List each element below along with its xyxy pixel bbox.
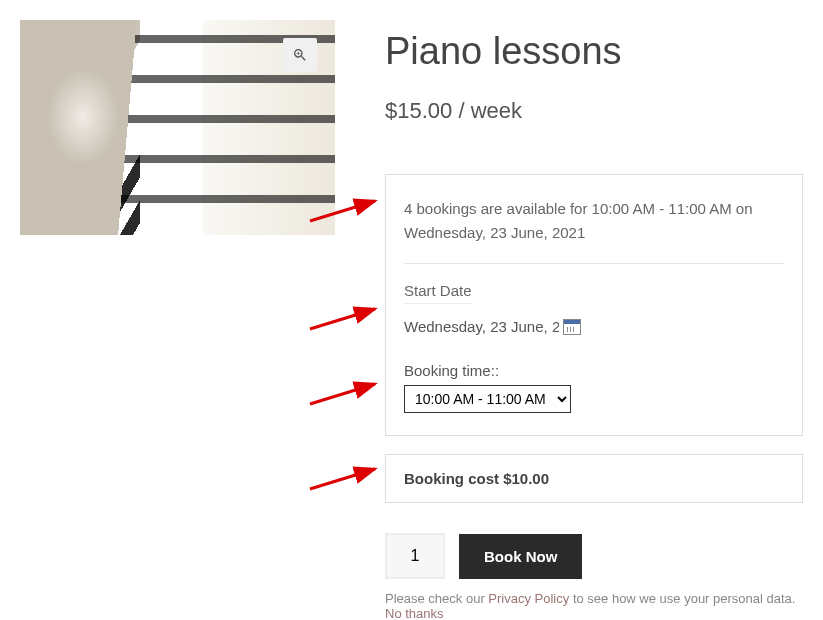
calendar-icon[interactable] (563, 319, 581, 335)
book-now-button[interactable]: Book Now (459, 534, 582, 579)
booking-cost: Booking cost $10.00 (385, 454, 803, 503)
product-details: Piano lessons $15.00 / week 4 bookings a… (385, 20, 803, 620)
action-row: Book Now (385, 533, 803, 579)
privacy-suffix: to see how we use your personal data. (569, 591, 795, 606)
product-image[interactable] (20, 20, 335, 235)
zoom-icon (292, 47, 308, 63)
start-date-row (404, 316, 784, 337)
privacy-dismiss-link[interactable]: No thanks (385, 606, 444, 620)
privacy-policy-link[interactable]: Privacy Policy (488, 591, 569, 606)
quantity-input[interactable] (385, 533, 445, 579)
zoom-button[interactable] (283, 38, 317, 72)
availability-text: 4 bookings are available for 10:00 AM - … (404, 197, 784, 264)
annotation-arrow (305, 464, 385, 494)
annotation-arrow (305, 379, 385, 409)
booking-panel: 4 bookings are available for 10:00 AM - … (385, 174, 803, 436)
product-price: $15.00 / week (385, 98, 803, 124)
booking-time-label: Booking time:: (404, 362, 784, 379)
privacy-notice: Please check our Privacy Policy to see h… (385, 591, 803, 620)
privacy-prefix: Please check our (385, 591, 488, 606)
start-date-input[interactable] (404, 316, 559, 337)
start-date-label: Start Date (404, 282, 472, 304)
booking-time-select[interactable]: 10:00 AM - 11:00 AM (404, 385, 571, 413)
product-title: Piano lessons (385, 30, 803, 73)
annotation-arrow (305, 304, 385, 334)
